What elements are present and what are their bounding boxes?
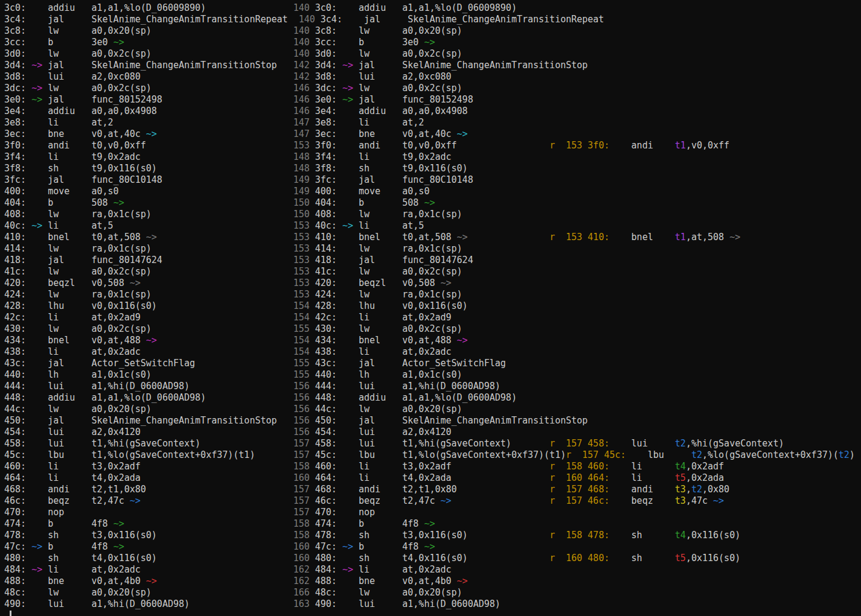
spacer — [353, 2, 359, 13]
operand: a0,0x20(sp) — [402, 404, 462, 414]
spacer — [626, 140, 632, 151]
operand: a0,0x20(sp) — [92, 587, 152, 598]
spacer — [342, 507, 353, 518]
operand: t1,%hi(gSaveContext) — [402, 438, 511, 449]
address: 450: — [315, 415, 337, 426]
spacer — [353, 48, 359, 59]
spacer — [42, 518, 48, 529]
spacer — [353, 25, 359, 36]
address: 408: — [4, 209, 26, 220]
address: 434: — [4, 335, 26, 346]
address: 3fc: — [315, 174, 337, 185]
spacer — [31, 232, 42, 243]
mnemonic: bne — [359, 129, 402, 139]
mnemonic: bnel — [359, 232, 402, 243]
spacer — [342, 323, 353, 334]
line-number: 154 — [293, 300, 315, 311]
address: 48c: — [4, 587, 26, 598]
operand: ) — [850, 449, 855, 460]
mnemonic: addiu — [359, 106, 402, 116]
line-number: 155 — [293, 369, 315, 380]
address: 484: — [4, 564, 26, 575]
operand: v0,at,40c — [92, 129, 146, 139]
spacer — [146, 484, 293, 495]
address: 48c: — [315, 587, 337, 598]
mnemonic: jal — [359, 94, 402, 105]
mnemonic: lw — [48, 266, 91, 277]
address: 438: — [315, 346, 337, 357]
branch-arrow: ~> — [342, 220, 353, 231]
spacer — [26, 60, 31, 71]
asm-row: 3ec: bne v0,at,40c ~> 147 3ec: bne v0,at… — [4, 129, 861, 140]
spacer — [342, 129, 353, 139]
line-number: 146 — [293, 94, 315, 105]
address: 3ec: — [4, 129, 26, 139]
mnemonic: lw — [48, 587, 91, 598]
spacer — [626, 495, 632, 506]
spacer — [141, 564, 293, 575]
line-number: 147 — [293, 117, 315, 128]
address: 3c8: — [4, 25, 26, 36]
branch-arrow: ~> — [457, 232, 468, 243]
address: 404: — [315, 197, 337, 208]
mnemonic: li — [48, 564, 91, 575]
operand: 4f8 — [402, 518, 424, 529]
spacer — [31, 209, 42, 220]
spacer — [42, 14, 48, 25]
spacer — [157, 129, 293, 139]
mnemonic: sh — [632, 530, 675, 541]
spacer — [157, 553, 293, 564]
mnemonic: bnel — [48, 335, 91, 346]
spacer — [26, 289, 31, 300]
spacer — [42, 48, 48, 59]
spacer — [42, 140, 48, 151]
operand: a0,s0 — [92, 186, 119, 197]
mnemonic: li — [48, 472, 91, 483]
spacer — [42, 404, 48, 414]
spacer — [337, 323, 342, 334]
spacer — [337, 83, 342, 94]
address: 480: — [4, 553, 26, 564]
operand: 3e0 — [402, 37, 424, 48]
spacer — [31, 369, 42, 380]
asm-row: 3d0: lw a0,0x2c(sp) 140 3d0: lw a0,0x2c(… — [4, 48, 861, 60]
line-number: 155 — [293, 358, 315, 369]
operand: SkelAnime_ChangeAnimTransitionRepeat — [408, 14, 604, 25]
spacer — [26, 197, 31, 208]
spacer — [26, 163, 31, 174]
spacer — [200, 438, 293, 449]
branch-arrow: ~> — [424, 37, 435, 48]
spacer — [26, 232, 31, 243]
address: 3f0: — [315, 140, 337, 151]
mnemonic: jal — [359, 415, 402, 426]
mnemonic: bne — [48, 129, 91, 139]
spacer — [26, 209, 31, 220]
asm-row: 470: nop 157 470: nop — [4, 507, 861, 518]
spacer — [157, 335, 293, 346]
spacer — [42, 266, 48, 277]
mnemonic: li — [359, 117, 402, 128]
spacer — [26, 427, 31, 437]
line-number: 148 — [293, 163, 315, 174]
spacer — [26, 83, 31, 94]
spacer — [353, 381, 359, 392]
spacer — [337, 186, 342, 197]
terminal-screen[interactable]: 3c0: addiu a1,a1,%lo(D_06009890) 140 3c0… — [0, 0, 861, 616]
spacer — [353, 484, 359, 495]
operand: a0,0x2c(sp) — [92, 83, 152, 94]
spacer — [342, 576, 353, 586]
mnemonic: lui — [48, 438, 91, 449]
spacer — [26, 151, 31, 162]
line-number: 149 — [293, 186, 315, 197]
spacer — [337, 209, 342, 220]
branch-arrow: ~> — [424, 541, 435, 552]
spacer — [152, 266, 293, 277]
address: 3c8: — [315, 25, 337, 36]
spacer — [342, 197, 353, 208]
spacer — [31, 2, 42, 13]
spacer — [31, 197, 42, 208]
asm-row: 3f8: sh t9,0x116(s0) 148 3f8: sh t9,0x11… — [4, 163, 861, 174]
address: 3f0: — [4, 140, 26, 151]
address: 438: — [4, 346, 26, 357]
mnemonic: sh — [48, 553, 91, 564]
